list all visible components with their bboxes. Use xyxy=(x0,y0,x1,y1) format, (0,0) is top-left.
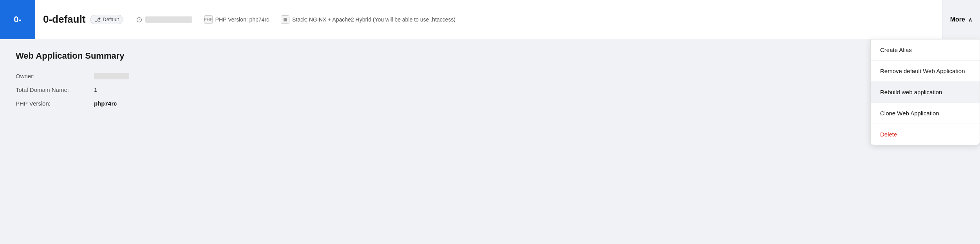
header-bar: 0- 0-default ⎇ Default ⊙ PHP PHP Version… xyxy=(0,0,980,39)
main-content: Web Application Summary Owner: Total Dom… xyxy=(0,39,980,118)
owner-label: Owner: xyxy=(16,73,94,79)
app-name: 0-default xyxy=(43,13,85,25)
php-icon: PHP xyxy=(204,15,213,24)
section-title: Web Application Summary xyxy=(16,51,964,61)
stack-icon: ▦ xyxy=(281,15,289,24)
php-version-label: PHP Version: php74rc xyxy=(215,16,269,23)
dropdown-item-remove-default[interactable]: Remove default Web Application xyxy=(871,61,980,82)
header-content: 0-default ⎇ Default ⊙ PHP PHP Version: p… xyxy=(35,13,942,25)
domain-label: Total Domain Name: xyxy=(16,86,94,93)
more-button[interactable]: More ∧ xyxy=(942,0,980,39)
dropdown-item-create-alias[interactable]: Create Alias xyxy=(871,39,980,61)
summary-table: Owner: Total Domain Name: 1 PHP Version:… xyxy=(16,73,964,107)
chevron-up-icon: ∧ xyxy=(968,16,972,23)
user-value-placeholder xyxy=(145,16,192,23)
php-version-value: php74rc xyxy=(94,100,117,107)
stack-info-label: Stack: NGINX + Apache2 Hybrid (You will … xyxy=(292,16,456,23)
table-row: Owner: xyxy=(16,73,964,79)
header-meta: ⊙ PHP PHP Version: php74rc ▦ Stack: NGIN… xyxy=(136,15,456,24)
dropdown-item-delete[interactable]: Delete xyxy=(871,124,980,145)
table-row: PHP Version: php74rc xyxy=(16,100,964,107)
branch-icon: ⎇ xyxy=(94,16,101,23)
more-button-label: More xyxy=(950,16,965,23)
user-icon: ⊙ xyxy=(136,15,143,24)
dropdown-item-rebuild[interactable]: Rebuild web application xyxy=(871,82,980,103)
stack-meta: ▦ Stack: NGINX + Apache2 Hybrid (You wil… xyxy=(281,15,456,24)
default-badge: ⎇ Default xyxy=(90,15,123,24)
badge-label: Default xyxy=(103,16,119,22)
domain-value: 1 xyxy=(94,86,97,93)
owner-value-placeholder xyxy=(94,73,129,79)
php-version-summary-label: PHP Version: xyxy=(16,100,94,107)
dropdown-menu: Create Alias Remove default Web Applicat… xyxy=(870,39,980,145)
app-icon: 0- xyxy=(0,0,35,39)
table-row: Total Domain Name: 1 xyxy=(16,86,964,93)
app-title-section: 0-default ⎇ Default xyxy=(43,13,123,25)
dropdown-item-clone[interactable]: Clone Web Application xyxy=(871,103,980,124)
php-meta: PHP PHP Version: php74rc xyxy=(204,15,269,24)
user-meta: ⊙ xyxy=(136,15,192,24)
